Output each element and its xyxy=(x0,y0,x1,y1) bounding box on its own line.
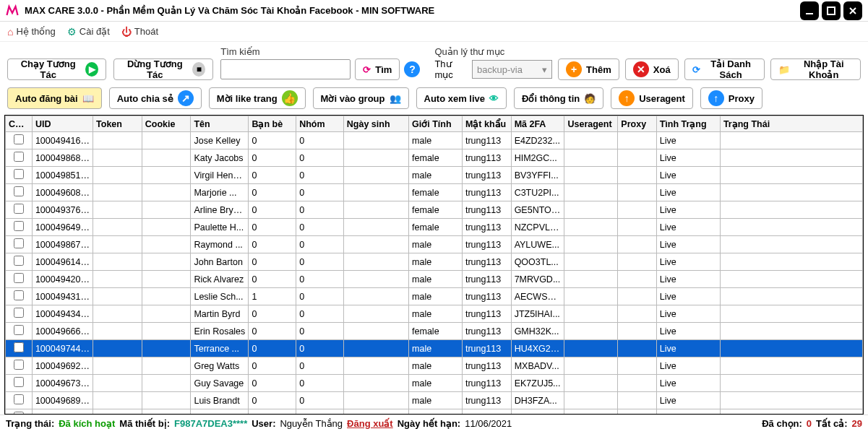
row-checkbox[interactable] xyxy=(14,342,24,352)
row-checkbox[interactable] xyxy=(14,273,24,283)
like-page-button[interactable]: Mời like trang👍 xyxy=(209,87,306,109)
x-icon: ✕ xyxy=(633,61,649,77)
row-checkbox[interactable] xyxy=(14,152,24,162)
cell-ten: Terrance ... xyxy=(191,340,249,357)
proxy-button[interactable]: ↑Proxy xyxy=(700,87,762,109)
cell-tinh: Live xyxy=(656,357,720,375)
cell-gt: female xyxy=(409,323,463,340)
row-checkbox[interactable] xyxy=(14,394,24,404)
table-row[interactable]: 1000498685... Katy Jacobs 0 0 female tru… xyxy=(6,149,863,167)
table-row[interactable]: 1000496494... Paulette H... 0 0 female t… xyxy=(6,219,863,236)
run-button[interactable]: Chạy Tương Tác▶ xyxy=(7,58,106,80)
table-row[interactable]: 1000493760... Arline Bryant 0 0 female t… xyxy=(6,201,863,219)
row-checkbox-cell xyxy=(6,357,33,375)
cell-token xyxy=(93,149,142,167)
cell-tinh: Live xyxy=(656,305,720,323)
row-checkbox[interactable] xyxy=(14,134,24,144)
menu-exit[interactable]: ⏻Thoát xyxy=(121,26,158,38)
accounts-grid[interactable]: Chọn UID Token Cookie Tên Bạn bè Nhóm Ng… xyxy=(4,115,864,415)
auto-share-button[interactable]: Auto chia sẻ↗ xyxy=(109,87,202,109)
cell-ngaysinh xyxy=(343,409,408,415)
col-gt[interactable]: Giới Tính xyxy=(409,116,463,132)
table-row[interactable]: 1000497442... Terrance ... 0 0 male trun… xyxy=(6,340,863,357)
search-input[interactable] xyxy=(220,59,351,79)
auto-post-button[interactable]: Auto đăng bài📖 xyxy=(7,87,102,109)
share-icon: ↗ xyxy=(178,90,194,106)
logout-link[interactable]: Đăng xuất xyxy=(347,418,393,429)
row-checkbox[interactable] xyxy=(14,377,24,387)
col-nhom[interactable]: Nhóm xyxy=(296,116,344,132)
col-cookie[interactable]: Cookie xyxy=(142,116,191,132)
table-row[interactable]: 1000496667... Erin Rosales 0 0 female tr… xyxy=(6,323,863,340)
col-tt[interactable]: Trạng Thái xyxy=(720,116,862,132)
col-mk[interactable]: Mật khẩu xyxy=(462,116,511,132)
table-row[interactable]: 1000495560... Robert Elliott 0 0 female … xyxy=(6,409,863,415)
thumb-icon: 👍 xyxy=(282,90,298,106)
minimize-button[interactable] xyxy=(800,1,819,20)
row-checkbox-cell xyxy=(6,201,33,219)
col-2fa[interactable]: Mã 2FA xyxy=(511,116,564,132)
cell-tinh: Live xyxy=(656,271,720,288)
row-checkbox[interactable] xyxy=(14,204,24,214)
col-token[interactable]: Token xyxy=(93,116,142,132)
row-checkbox-cell xyxy=(6,288,33,305)
cell-token xyxy=(93,219,142,236)
table-row[interactable]: 1000494346... Martin Byrd 0 0 male trung… xyxy=(6,305,863,323)
delete-folder-button[interactable]: ✕Xoá xyxy=(625,58,679,80)
row-checkbox[interactable] xyxy=(14,308,24,318)
invite-group-button[interactable]: Mời vào group👥 xyxy=(313,87,409,109)
col-uid[interactable]: UID xyxy=(32,116,93,132)
useragent-button[interactable]: ↑Useragent xyxy=(611,87,693,109)
watch-live-button[interactable]: Auto xem live👁 xyxy=(416,87,507,109)
table-row[interactable]: 1000494312... Leslie Sch... 1 0 male tru… xyxy=(6,288,863,305)
window-title: MAX CARE 3.0.0 - Phần Mềm Quản Lý Và Chă… xyxy=(25,5,797,16)
col-banbe[interactable]: Bạn bè xyxy=(249,116,296,132)
col-ngaysinh[interactable]: Ngày sinh xyxy=(343,116,408,132)
help-icon[interactable]: ? xyxy=(404,61,420,77)
table-row[interactable]: 1000498515... Virgil Hend... 0 0 male tr… xyxy=(6,167,863,184)
col-chon[interactable]: Chọn xyxy=(6,116,33,132)
row-checkbox[interactable] xyxy=(14,169,24,179)
table-row[interactable]: 1000496731... Guy Savage 0 0 male trung1… xyxy=(6,375,863,392)
row-checkbox[interactable] xyxy=(14,412,24,415)
col-tinh[interactable]: Tình Trạng xyxy=(656,116,720,132)
cell-tinh: Live xyxy=(656,323,720,340)
row-checkbox[interactable] xyxy=(14,290,24,300)
cell-nhom: 0 xyxy=(296,392,344,409)
table-row[interactable]: 1000496922... Greg Watts 0 0 male trung1… xyxy=(6,357,863,375)
cell-banbe: 0 xyxy=(249,392,296,409)
stop-button[interactable]: Dừng Tương Tác■ xyxy=(113,58,213,80)
import-accounts-button[interactable]: 📁Nhập Tài Khoản xyxy=(770,58,861,80)
table-row[interactable]: 1000494207... Rick Alvarez 0 0 male trun… xyxy=(6,271,863,288)
table-row[interactable]: 1000496084... Marjorie ... 0 0 female tr… xyxy=(6,184,863,201)
close-button[interactable] xyxy=(843,1,862,20)
cell-ten: Guy Savage xyxy=(191,375,249,392)
folder-select[interactable]: backup-via▾ xyxy=(472,60,552,79)
table-row[interactable]: 1000494167... Jose Kelley 0 0 male trung… xyxy=(6,132,863,149)
row-checkbox[interactable] xyxy=(14,360,24,370)
cell-banbe: 0 xyxy=(249,409,296,415)
toolbar-actions: Auto đăng bài📖 Auto chia sẻ↗ Mời like tr… xyxy=(0,84,868,115)
add-folder-button[interactable]: +Thêm xyxy=(558,58,619,80)
maximize-button[interactable] xyxy=(822,1,841,20)
row-checkbox[interactable] xyxy=(14,238,24,248)
row-checkbox[interactable] xyxy=(14,186,24,196)
col-ten[interactable]: Tên xyxy=(191,116,249,132)
col-ua[interactable]: Useragent xyxy=(564,116,618,132)
cell-ua xyxy=(564,340,618,357)
download-list-button[interactable]: ⟳Tải Danh Sách xyxy=(684,58,765,80)
cell-cookie xyxy=(142,271,191,288)
row-checkbox[interactable] xyxy=(14,221,24,231)
menu-settings[interactable]: ⚙Cài đặt xyxy=(67,26,110,38)
search-button[interactable]: ⟳Tìm xyxy=(355,58,400,80)
change-info-button[interactable]: Đổi thông tin🧑 xyxy=(514,87,603,109)
row-checkbox[interactable] xyxy=(14,256,24,266)
table-row[interactable]: 1000498675... Raymond ... 0 0 male trung… xyxy=(6,236,863,253)
col-proxy[interactable]: Proxy xyxy=(618,116,656,132)
menu-system[interactable]: ⌂Hệ thống xyxy=(7,26,56,38)
table-row[interactable]: 1000496148... John Barton 0 0 male trung… xyxy=(6,253,863,271)
cell-tinh: Live xyxy=(656,409,720,415)
cell-mk: trung113 xyxy=(462,323,511,340)
row-checkbox[interactable] xyxy=(14,325,24,335)
table-row[interactable]: 1000496894... Luis Brandt 0 0 male trung… xyxy=(6,392,863,409)
